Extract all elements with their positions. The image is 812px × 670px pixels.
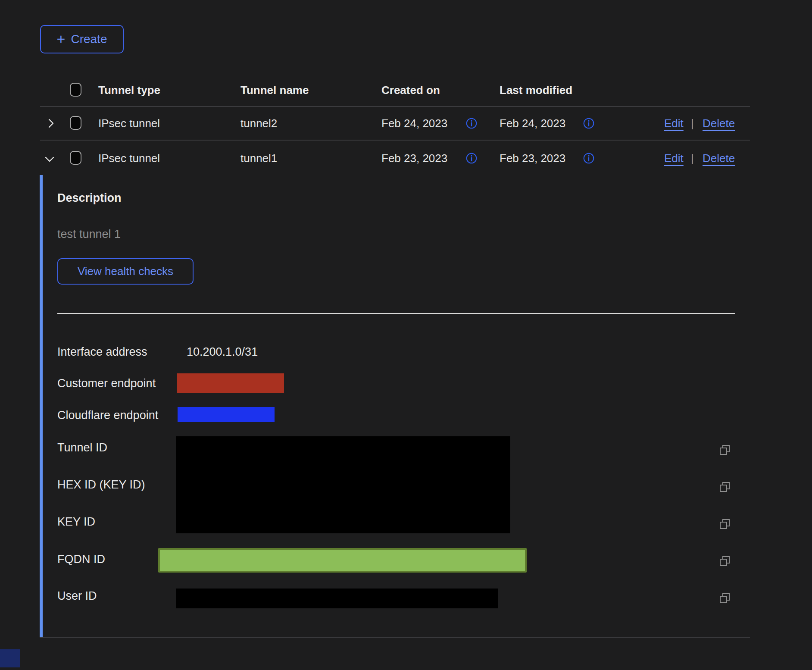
tunnel-name-cell: tunnel2 — [240, 117, 277, 130]
key-id-label: KEY ID — [57, 515, 95, 529]
cloudflare-endpoint-redacted-value — [178, 407, 275, 422]
tunnel-id-label: Tunnel ID — [57, 441, 107, 454]
action-separator: | — [691, 117, 694, 130]
interface-address-label: Interface address — [57, 345, 147, 359]
created-on-cell: Feb 24, 2023 — [381, 117, 447, 130]
copy-icon[interactable] — [718, 517, 731, 530]
chat-widget-corner[interactable] — [0, 649, 20, 667]
create-button[interactable]: + Create — [40, 25, 124, 53]
user-id-redacted-value — [176, 589, 498, 608]
create-button-label: Create — [71, 32, 107, 46]
info-icon[interactable] — [465, 152, 478, 164]
hex-id-label: HEX ID (KEY ID) — [57, 478, 145, 492]
select-all-checkbox[interactable] — [70, 83, 81, 97]
action-separator: | — [691, 152, 694, 165]
edit-link[interactable]: Edit — [664, 117, 684, 130]
chevron-down-icon[interactable] — [43, 153, 56, 166]
plus-icon: + — [57, 31, 66, 46]
info-icon[interactable] — [583, 152, 595, 164]
info-icon[interactable] — [583, 117, 595, 129]
copy-icon[interactable] — [718, 592, 731, 604]
table-bottom-divider — [40, 637, 750, 638]
delete-link[interactable]: Delete — [703, 152, 735, 165]
tunnel-type-cell: IPsec tunnel — [98, 117, 160, 130]
column-header-tunnel-name: Tunnel name — [240, 84, 309, 97]
created-on-cell: Feb 23, 2023 — [381, 152, 447, 165]
copy-icon[interactable] — [718, 443, 731, 456]
description-value: test tunnel 1 — [57, 228, 121, 241]
customer-endpoint-redacted-value — [177, 373, 284, 393]
last-modified-cell: Feb 24, 2023 — [500, 117, 565, 130]
fqdn-id-redacted-value — [158, 548, 527, 573]
info-icon[interactable] — [465, 117, 478, 129]
customer-endpoint-label: Customer endpoint — [57, 377, 156, 390]
column-header-created-on: Created on — [381, 84, 440, 97]
tunnel-type-cell: IPsec tunnel — [98, 152, 160, 165]
view-health-checks-button[interactable]: View health checks — [57, 258, 194, 285]
row-checkbox[interactable] — [70, 116, 81, 130]
fqdn-id-label: FQDN ID — [57, 553, 105, 566]
copy-icon[interactable] — [718, 554, 731, 567]
chevron-right-icon[interactable] — [44, 117, 57, 130]
edit-link[interactable]: Edit — [664, 152, 684, 165]
expanded-row-indicator-bar — [40, 175, 43, 638]
copy-icon[interactable] — [718, 480, 731, 493]
section-divider — [57, 313, 735, 314]
delete-link[interactable]: Delete — [703, 117, 735, 130]
row-checkbox[interactable] — [70, 151, 81, 165]
description-label: Description — [57, 191, 122, 205]
tunnel-name-cell: tunnel1 — [240, 152, 277, 165]
column-header-last-modified: Last modified — [500, 84, 572, 97]
last-modified-cell: Feb 23, 2023 — [500, 152, 565, 165]
row-divider — [40, 140, 750, 141]
interface-address-value: 10.200.1.0/31 — [187, 345, 258, 359]
user-id-label: User ID — [57, 589, 97, 603]
column-header-tunnel-type: Tunnel type — [98, 84, 160, 97]
ids-redacted-value — [176, 436, 510, 533]
tunnels-page: + Create Tunnel type Tunnel name Created… — [0, 0, 812, 670]
cloudflare-endpoint-label: Cloudflare endpoint — [57, 409, 158, 422]
header-divider — [40, 106, 750, 107]
